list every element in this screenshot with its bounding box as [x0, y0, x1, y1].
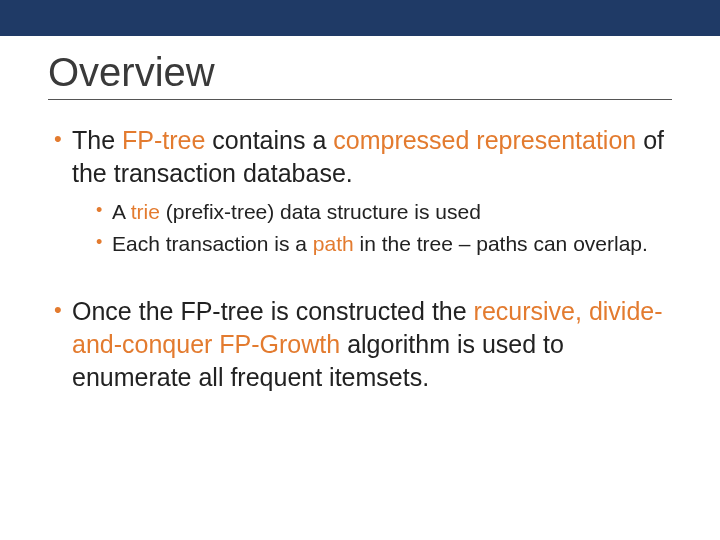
sub-bullet-list: A trie (prefix-tree) data structure is u… — [72, 198, 672, 257]
highlight: trie — [131, 200, 160, 223]
highlight: FP-tree — [122, 126, 205, 154]
text: Once the FP-tree is constructed the — [72, 297, 474, 325]
text: in the tree – paths can overlap. — [354, 232, 648, 255]
highlight: compressed representation — [333, 126, 636, 154]
bullet-list-2: Once the FP-tree is constructed the recu… — [48, 295, 672, 394]
sub-bullet-item-2: Each transaction is a path in the tree –… — [96, 230, 672, 258]
bullet-list: The FP-tree contains a compressed repres… — [48, 124, 672, 257]
bullet-item-2: Once the FP-tree is constructed the recu… — [54, 295, 672, 394]
text: Each transaction is a — [112, 232, 313, 255]
slide-content: Overview The FP-tree contains a compress… — [0, 50, 720, 394]
title-underline — [48, 99, 672, 100]
bullet-item-1: The FP-tree contains a compressed repres… — [54, 124, 672, 257]
text: The — [72, 126, 122, 154]
page-title: Overview — [48, 50, 672, 95]
highlight: path — [313, 232, 354, 255]
spacer — [48, 267, 672, 295]
text: A — [112, 200, 131, 223]
text: (prefix-tree) data structure is used — [160, 200, 481, 223]
text: contains a — [205, 126, 333, 154]
sub-bullet-item-1: A trie (prefix-tree) data structure is u… — [96, 198, 672, 226]
top-bar — [0, 0, 720, 36]
